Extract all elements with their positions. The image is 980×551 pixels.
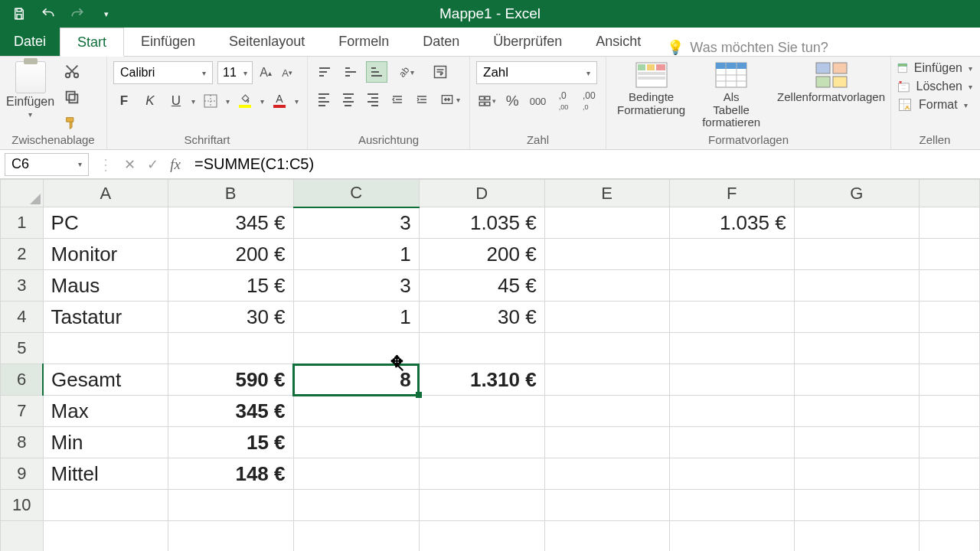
col-header-A[interactable]: A: [43, 180, 168, 207]
cell-H8[interactable]: [919, 427, 979, 458]
col-header-F[interactable]: F: [669, 180, 794, 207]
row-header-8[interactable]: 8: [1, 427, 44, 458]
cell-D5[interactable]: [419, 333, 544, 364]
cell-H5[interactable]: [919, 333, 979, 364]
row-header-4[interactable]: 4: [1, 302, 44, 333]
wrap-text-button[interactable]: [426, 61, 455, 83]
row-header-6[interactable]: 6: [1, 364, 44, 396]
insert-function-icon[interactable]: fx: [164, 153, 187, 176]
cell-F7[interactable]: [669, 396, 794, 427]
orientation-button[interactable]: ab▾: [392, 61, 421, 83]
increase-decimal-button[interactable]: ,0,00: [553, 90, 573, 112]
cell-H6[interactable]: [919, 364, 979, 396]
row-header-7[interactable]: 7: [1, 396, 44, 427]
cell-C8[interactable]: [293, 427, 419, 458]
cell-B5[interactable]: [168, 333, 293, 364]
borders-button[interactable]: [200, 90, 221, 112]
cell-C2[interactable]: 1: [293, 239, 419, 270]
cell-E10[interactable]: [544, 490, 669, 521]
cell-F10[interactable]: [669, 490, 794, 521]
col-header-D[interactable]: D: [419, 180, 544, 207]
cell-C10[interactable]: [293, 490, 419, 521]
cell-G6[interactable]: [794, 364, 919, 396]
align-left-button[interactable]: [314, 89, 334, 110]
cell-H1[interactable]: [919, 207, 979, 239]
cell-E1[interactable]: [544, 207, 669, 239]
merge-button[interactable]: ▾: [436, 89, 463, 110]
cell-C3[interactable]: 3: [293, 270, 419, 302]
col-header-E[interactable]: E: [544, 180, 669, 207]
row-header-1[interactable]: 1: [1, 207, 44, 239]
cell-B6[interactable]: 590 €: [168, 364, 293, 396]
cell-E7[interactable]: [544, 396, 669, 427]
bold-button[interactable]: F: [113, 90, 135, 112]
accounting-format-button[interactable]: ▾: [476, 90, 497, 112]
chevron-down-icon[interactable]: ▾: [260, 97, 264, 106]
percent-button[interactable]: %: [501, 90, 522, 112]
cell-C9[interactable]: [293, 458, 419, 490]
align-middle-button[interactable]: [340, 61, 361, 83]
delete-cells-button[interactable]: Löschen ▾: [897, 80, 972, 93]
cell-G3[interactable]: [794, 270, 919, 302]
decrease-indent-button[interactable]: [387, 89, 407, 110]
cell-D3[interactable]: 45 €: [419, 270, 544, 302]
cell-D7[interactable]: [419, 396, 544, 427]
cell-F6[interactable]: [669, 364, 794, 396]
cell-A3[interactable]: Maus: [43, 270, 168, 302]
cell-B2[interactable]: 200 €: [168, 239, 293, 270]
cell-A5[interactable]: [43, 333, 168, 364]
col-header-B[interactable]: B: [168, 180, 293, 207]
italic-button[interactable]: K: [139, 90, 161, 112]
copy-icon[interactable]: [62, 87, 82, 107]
decrease-font-icon[interactable]: A▾: [279, 64, 296, 81]
row-header-2[interactable]: 2: [1, 239, 44, 270]
font-name-combo[interactable]: Calibri ▾: [113, 61, 213, 84]
cell-H4[interactable]: [919, 302, 979, 333]
paste-button[interactable]: Einfügen ▾: [6, 61, 54, 119]
format-painter-icon[interactable]: [62, 113, 82, 133]
cell-A8[interactable]: Min: [43, 427, 168, 458]
number-format-combo[interactable]: Zahl ▾: [476, 61, 597, 84]
cell-E4[interactable]: [544, 302, 669, 333]
insert-cells-button[interactable]: Einfügen ▾: [897, 61, 972, 75]
cell-G10[interactable]: [794, 490, 919, 521]
tab-insert[interactable]: Einfügen: [124, 27, 212, 56]
cell-H10[interactable]: [919, 490, 979, 521]
cell-D4[interactable]: 30 €: [419, 302, 544, 333]
align-top-button[interactable]: [314, 61, 335, 83]
cell-D10[interactable]: [419, 490, 544, 521]
cell-B1[interactable]: 345 €: [168, 207, 293, 239]
cell-F8[interactable]: [669, 427, 794, 458]
cell-D8[interactable]: [419, 427, 544, 458]
cell-A10[interactable]: [43, 490, 168, 521]
decrease-decimal-button[interactable]: ,00,0: [579, 90, 599, 112]
cell-E6[interactable]: [544, 364, 669, 396]
tab-file[interactable]: Datei: [0, 27, 60, 56]
cell-E3[interactable]: [544, 270, 669, 302]
undo-icon[interactable]: [40, 5, 57, 22]
tell-me-search[interactable]: 💡 Was möchten Sie tun?: [667, 39, 828, 56]
col-header-G[interactable]: G: [794, 180, 919, 207]
row-header-3[interactable]: 3: [1, 270, 44, 302]
comma-button[interactable]: 000: [528, 90, 548, 112]
increase-indent-button[interactable]: [412, 89, 432, 110]
cell-D9[interactable]: [419, 458, 544, 490]
cell-A4[interactable]: Tastatur: [43, 302, 168, 333]
row-header-11[interactable]: [1, 521, 44, 552]
cell-G1[interactable]: [794, 207, 919, 239]
cell-C5[interactable]: [293, 333, 419, 364]
select-all-corner[interactable]: [1, 180, 44, 207]
cell-B3[interactable]: 15 €: [168, 270, 293, 302]
cell-H3[interactable]: [919, 270, 979, 302]
cut-icon[interactable]: [62, 61, 82, 81]
row-header-9[interactable]: 9: [1, 458, 44, 490]
fill-handle[interactable]: [416, 392, 422, 398]
cell-B8[interactable]: 15 €: [168, 427, 293, 458]
tab-pagelayout[interactable]: Seitenlayout: [212, 27, 322, 56]
cell-F1[interactable]: 1.035 €: [669, 207, 794, 239]
format-as-table-button[interactable]: Als Tabelle formatieren: [697, 61, 765, 129]
cell-G9[interactable]: [794, 458, 919, 490]
cell-F5[interactable]: [669, 333, 794, 364]
align-bottom-button[interactable]: [366, 61, 387, 83]
align-center-button[interactable]: [338, 89, 358, 110]
